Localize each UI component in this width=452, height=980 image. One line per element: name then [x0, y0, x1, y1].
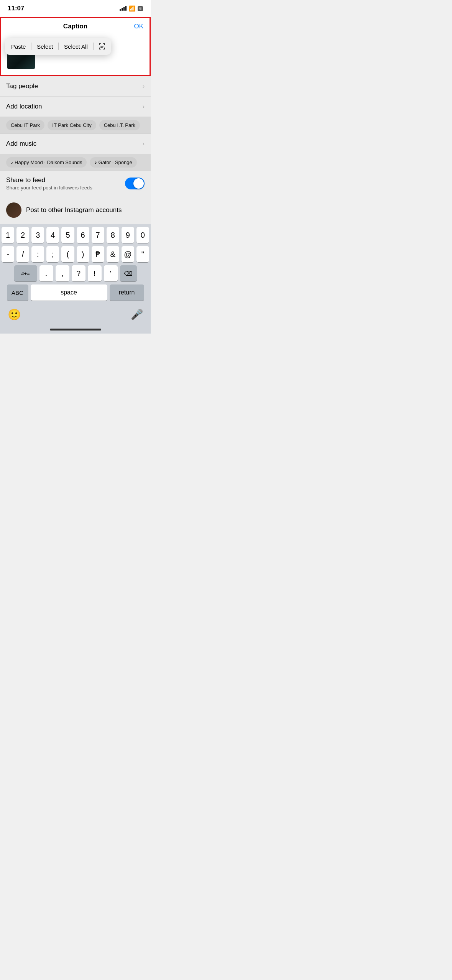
key-amp[interactable]: &: [107, 246, 119, 262]
delete-key[interactable]: ⌫: [120, 265, 137, 281]
key-hashplus[interactable]: #+=: [14, 265, 37, 281]
tag-people-label: Tag people: [6, 82, 38, 90]
share-to-feed-toggle[interactable]: [125, 178, 145, 189]
status-time: 11:07: [8, 5, 24, 12]
svg-rect-1: [99, 43, 100, 45]
wifi-icon: 📶: [129, 5, 135, 12]
svg-rect-9: [100, 47, 103, 48]
share-to-feed-desc: Share your feed post in followers feeds: [6, 185, 92, 191]
chevron-right-icon: ›: [143, 83, 145, 90]
main-content: Tag people › Add location › Cebu IT Park…: [0, 76, 151, 224]
key-apostrophe[interactable]: ': [104, 265, 118, 281]
ok-button[interactable]: OK: [134, 23, 143, 30]
key-0[interactable]: 0: [136, 227, 149, 243]
post-other-row[interactable]: Post to other Instagram accounts: [0, 196, 151, 224]
keyboard-row-numbers: 1 2 3 4 5 6 7 8 9 0: [2, 227, 149, 243]
key-comma[interactable]: ,: [56, 265, 69, 281]
svg-rect-7: [104, 48, 105, 49]
svg-rect-3: [104, 43, 105, 45]
music-chips: ♪ Happy Mood · Dalkom Sounds ♪ Gator · S…: [0, 154, 151, 171]
location-chip-1[interactable]: Cebu IT Park: [6, 120, 44, 130]
emoji-button[interactable]: 🙂: [8, 308, 21, 321]
key-colon[interactable]: :: [31, 246, 44, 262]
keyboard-row-3: #+= . , ? ! ' ⌫: [2, 265, 149, 281]
key-peso[interactable]: ₱: [92, 246, 104, 262]
key-9[interactable]: 9: [122, 227, 134, 243]
key-6[interactable]: 6: [77, 227, 89, 243]
keyboard: 1 2 3 4 5 6 7 8 9 0 - / : ; ( ) ₱ & @ " …: [0, 224, 151, 305]
key-rparen[interactable]: ): [77, 246, 89, 262]
key-3[interactable]: 3: [31, 227, 44, 243]
add-location-label: Add location: [6, 103, 42, 110]
keyboard-row-symbols: - / : ; ( ) ₱ & @ ": [2, 246, 149, 262]
scan-text-icon: [98, 43, 106, 50]
chevron-right-icon-3: ›: [143, 140, 145, 147]
abc-key[interactable]: ABC: [7, 284, 28, 301]
caption-panel: Paste Select Select All Caption OK: [0, 17, 151, 76]
key-4[interactable]: 4: [46, 227, 59, 243]
key-1[interactable]: 1: [2, 227, 14, 243]
return-key[interactable]: return: [110, 284, 144, 301]
battery-icon: 6: [138, 6, 143, 11]
caption-title: Caption: [63, 23, 87, 30]
paste-button[interactable]: Paste: [6, 40, 31, 53]
status-bar: 11:07 📶 6: [0, 0, 151, 17]
key-lparen[interactable]: (: [61, 246, 74, 262]
keyboard-bottom-bar: 🙂 🎤: [0, 305, 151, 329]
add-music-label: Add music: [6, 140, 36, 148]
key-slash[interactable]: /: [16, 246, 29, 262]
share-to-feed-label: Share to feed: [6, 176, 92, 184]
tag-people-row[interactable]: Tag people ›: [0, 76, 151, 97]
svg-rect-5: [99, 48, 100, 49]
avatar: [6, 202, 21, 218]
location-chips: Cebu IT Park IT Park Cebu City Cebu I.T.…: [0, 117, 151, 134]
context-menu: Paste Select Select All: [5, 38, 111, 55]
location-chip-2[interactable]: IT Park Cebu City: [48, 120, 96, 130]
key-8[interactable]: 8: [107, 227, 119, 243]
select-all-button[interactable]: Select All: [59, 40, 93, 53]
key-minus[interactable]: -: [2, 246, 14, 262]
location-chip-3[interactable]: Cebu I.T. Park: [99, 120, 140, 130]
home-bar: [50, 329, 101, 331]
select-button[interactable]: Select: [31, 40, 58, 53]
home-indicator: [0, 329, 151, 334]
svg-rect-8: [100, 46, 104, 47]
share-to-feed-row: Share to feed Share your feed post in fo…: [0, 171, 151, 196]
key-semicolon[interactable]: ;: [46, 246, 59, 262]
microphone-button[interactable]: 🎤: [131, 309, 143, 321]
add-location-row[interactable]: Add location ›: [0, 97, 151, 117]
keyboard-row-4: ABC space return: [2, 284, 149, 301]
add-music-row[interactable]: Add music ›: [0, 134, 151, 154]
space-key[interactable]: space: [31, 284, 107, 301]
signal-bars-icon: [120, 6, 127, 11]
key-question[interactable]: ?: [72, 265, 85, 281]
caption-header: Caption OK: [1, 18, 150, 35]
music-chip-2[interactable]: ♪ Gator · Sponge: [90, 157, 136, 168]
status-icons: 📶 6: [120, 5, 143, 12]
key-period[interactable]: .: [39, 265, 53, 281]
key-7[interactable]: 7: [92, 227, 104, 243]
post-other-label: Post to other Instagram accounts: [26, 206, 122, 214]
chevron-right-icon-2: ›: [143, 103, 145, 110]
key-2[interactable]: 2: [16, 227, 29, 243]
key-5[interactable]: 5: [61, 227, 74, 243]
key-at[interactable]: @: [122, 246, 134, 262]
scan-text-button[interactable]: [94, 39, 110, 53]
key-quote[interactable]: ": [136, 246, 149, 262]
toggle-knob: [133, 178, 144, 189]
key-exclaim[interactable]: !: [88, 265, 102, 281]
music-chip-1[interactable]: ♪ Happy Mood · Dalkom Sounds: [6, 157, 87, 168]
